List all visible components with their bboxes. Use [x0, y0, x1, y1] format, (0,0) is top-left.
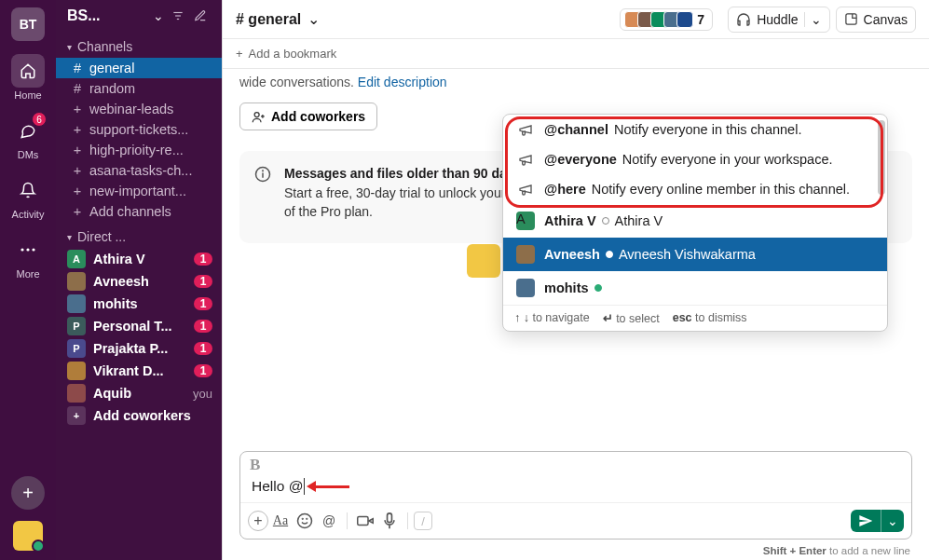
channel-header: # general ⌄ 7 Huddle ⌄ Canvas	[223, 0, 929, 39]
rail-create-button[interactable]: +	[11, 476, 45, 510]
channel-name: asana-tasks-ch...	[89, 163, 211, 178]
workspace-header[interactable]: BS... ⌄	[56, 0, 222, 34]
attach-button[interactable]: +	[248, 511, 268, 531]
huddle-button[interactable]: Huddle ⌄	[728, 7, 829, 33]
home-icon	[11, 54, 45, 88]
presence-indicator	[602, 217, 609, 225]
dm-item[interactable]: mohits1	[56, 293, 222, 315]
compose-icon[interactable]	[194, 9, 212, 22]
bold-button[interactable]: B	[250, 456, 260, 474]
format-toggle-button[interactable]: Aa	[268, 509, 293, 533]
dm-item[interactable]: Vikrant D...1	[56, 360, 222, 382]
channel-prefix: +	[69, 143, 86, 157]
channel-prefix: +	[69, 122, 86, 137]
avatar	[516, 279, 535, 297]
main-pane: # general ⌄ 7 Huddle ⌄ Canvas +Add a boo…	[222, 0, 929, 560]
sidebar-add-coworkers[interactable]: + Add coworkers	[56, 404, 222, 427]
rail-home[interactable]: Home	[11, 54, 45, 101]
svg-rect-6	[845, 14, 855, 24]
svg-point-2	[32, 248, 34, 251]
add-coworkers-button[interactable]: Add coworkers	[239, 102, 377, 130]
workspace-switcher[interactable]: BT	[11, 7, 45, 41]
channel-prefix: +	[69, 204, 86, 219]
dm-item[interactable]: PPrajakta P...1	[56, 337, 222, 360]
rail-dms[interactable]: 6 DMs	[11, 114, 45, 160]
channel-prefix: +	[69, 184, 86, 198]
channel-item[interactable]: +high-prioity-re...	[56, 140, 222, 160]
mention-suggestions-popup: @channelNotify everyone in this channel.…	[502, 114, 888, 332]
mention-suggestion[interactable]: AAthira VAthira V	[503, 204, 887, 238]
channel-name: general	[89, 61, 211, 75]
mention-suggestion[interactable]: @channelNotify everyone in this channel.	[503, 115, 887, 144]
member-count-button[interactable]: 7	[620, 8, 713, 31]
channel-name: high-prioity-re...	[89, 143, 211, 157]
channel-body: wide conversations. Edit description Add…	[223, 69, 929, 451]
canvas-button[interactable]: Canvas	[836, 7, 916, 33]
avatar	[516, 245, 535, 264]
chevron-down-icon[interactable]: ⌄	[804, 12, 822, 27]
channel-item[interactable]: #random	[56, 78, 222, 99]
unread-badge: 1	[194, 275, 212, 288]
dm-name: Prajakta P...	[93, 341, 194, 356]
dm-item[interactable]: AAthira V1	[56, 248, 222, 270]
message-composer[interactable]: B Hello @ + Aa @ / ⌄	[239, 451, 912, 540]
channels-section-header[interactable]: ▾Channels	[56, 35, 222, 58]
dms-section-header[interactable]: ▾Direct ...	[56, 225, 222, 248]
unread-badge: 1	[194, 253, 212, 266]
avatar: P	[67, 317, 86, 335]
edit-description-link[interactable]: Edit description	[358, 75, 447, 89]
channel-prefix: +	[69, 102, 86, 116]
user-plus-icon	[252, 110, 266, 124]
slash-command-button[interactable]: /	[414, 512, 432, 530]
composer-area: B Hello @ + Aa @ / ⌄	[223, 451, 929, 543]
audio-button[interactable]	[377, 509, 402, 533]
rail-activity[interactable]: Activity	[11, 173, 45, 220]
megaphone-icon	[516, 122, 535, 137]
channel-item[interactable]: +webinar-leads	[56, 99, 222, 119]
mention-button[interactable]: @	[317, 509, 341, 533]
rail-more[interactable]: More	[11, 233, 45, 280]
channel-name: webinar-leads	[89, 102, 211, 116]
channel-prefix: #	[69, 61, 86, 75]
chevron-down-icon: ⌄	[149, 8, 168, 23]
filter-icon[interactable]	[171, 9, 190, 22]
avatar	[67, 362, 86, 380]
mention-suggestion[interactable]: @everyoneNotify everyone in your workspa…	[503, 144, 887, 174]
dm-name: Personal T...	[93, 319, 194, 334]
channel-item[interactable]: #general	[56, 58, 222, 78]
svg-point-0	[20, 248, 23, 251]
mention-suggestion[interactable]: @hereNotify every online member in this …	[503, 174, 887, 204]
composer-actions: + Aa @ / ⌄	[240, 502, 911, 539]
chevron-down-icon: ⌄	[303, 11, 319, 27]
emoji-button[interactable]	[293, 509, 317, 533]
channel-name-button[interactable]: # general ⌄	[236, 10, 320, 28]
send-button[interactable]: ⌄	[851, 510, 904, 532]
add-bookmark-button[interactable]: +Add a bookmark	[223, 39, 929, 69]
composer-hint: Shift + Enter to add a new line	[223, 543, 929, 560]
svg-point-12	[302, 518, 303, 519]
headphones-icon	[736, 12, 751, 27]
mention-suggestion[interactable]: mohits	[503, 271, 887, 305]
scrollbar-thumb[interactable]	[878, 120, 885, 195]
dm-item[interactable]: Avneesh1	[56, 270, 222, 293]
video-button[interactable]	[353, 509, 377, 533]
dm-item[interactable]: PPersonal T...1	[56, 315, 222, 337]
send-options-caret[interactable]: ⌄	[881, 510, 904, 532]
channel-item[interactable]: +Add channels	[56, 201, 222, 222]
message-input[interactable]: Hello @	[240, 474, 911, 502]
dm-item[interactable]: Aquibyou	[56, 382, 222, 404]
workspace-name: BS...	[67, 7, 145, 24]
svg-point-7	[254, 112, 259, 116]
send-icon	[851, 510, 881, 532]
channel-item[interactable]: +support-tickets...	[56, 119, 222, 140]
plus-icon: +	[236, 47, 243, 61]
rail-dms-badge: 6	[32, 112, 47, 127]
self-avatar[interactable]	[13, 521, 43, 551]
channel-item[interactable]: +asana-tasks-ch...	[56, 160, 222, 181]
mention-suggestion[interactable]: AvneeshAvneesh Vishwakarma	[503, 238, 887, 271]
message-avatar	[467, 244, 500, 278]
sidebar: BS... ⌄ ▾Channels #general#random+webina…	[56, 0, 222, 560]
rail-home-label: Home	[14, 89, 41, 101]
channel-item[interactable]: +new-important...	[56, 181, 222, 201]
canvas-icon	[844, 12, 858, 26]
